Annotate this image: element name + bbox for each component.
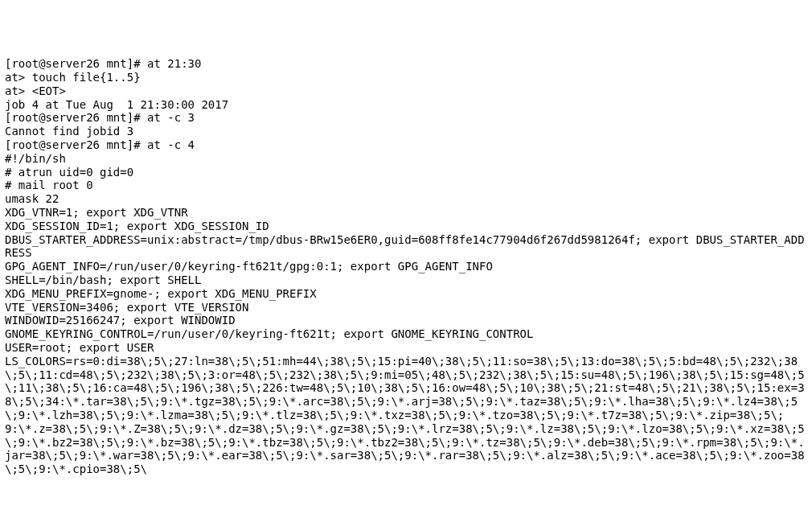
terminal-line: at> touch file{1..5}: [5, 71, 807, 84]
terminal-output[interactable]: [root@server26 mnt]# at 21:30at> touch f…: [5, 57, 807, 476]
terminal-line: DBUS_STARTER_ADDRESS=unix:abstract=/tmp/…: [5, 233, 807, 261]
terminal-line: LS_COLORS=rs=0:di=38\;5\;27:ln=38\;5\;51…: [5, 355, 807, 476]
terminal-line: XDG_MENU_PREFIX=gnome-; export XDG_MENU_…: [5, 287, 807, 301]
terminal-line: umask 22: [5, 192, 807, 206]
terminal-line: SHELL=/bin/bash; export SHELL: [5, 273, 807, 287]
terminal-line: GNOME_KEYRING_CONTROL=/run/user/0/keyrin…: [5, 327, 807, 341]
terminal-line: [root@server26 mnt]# at -c 4: [5, 138, 807, 152]
terminal-line: [root@server26 mnt]# at -c 3: [5, 111, 807, 125]
terminal-line: # atrun uid=0 gid=0: [5, 166, 807, 179]
terminal-line: XDG_VTNR=1; export XDG_VTNR: [5, 206, 807, 220]
terminal-line: VTE_VERSION=3406; export VTE_VERSION: [5, 301, 807, 314]
terminal-line: at> <EOT>: [5, 84, 807, 98]
terminal-line: [root@server26 mnt]# at 21:30: [5, 57, 807, 71]
terminal-line: job 4 at Tue Aug 1 21:30:00 2017: [5, 98, 807, 112]
terminal-line: XDG_SESSION_ID=1; export XDG_SESSION_ID: [5, 220, 807, 233]
terminal-line: USER=root; export USER: [5, 341, 807, 355]
terminal-line: # mail root 0: [5, 179, 807, 192]
terminal-line: Cannot find jobid 3: [5, 125, 807, 138]
terminal-line: #!/bin/sh: [5, 152, 807, 166]
terminal-line: GPG_AGENT_INFO=/run/user/0/keyring-ft621…: [5, 260, 807, 273]
terminal-line: WINDOWID=25166247; export WINDOWID: [5, 314, 807, 327]
